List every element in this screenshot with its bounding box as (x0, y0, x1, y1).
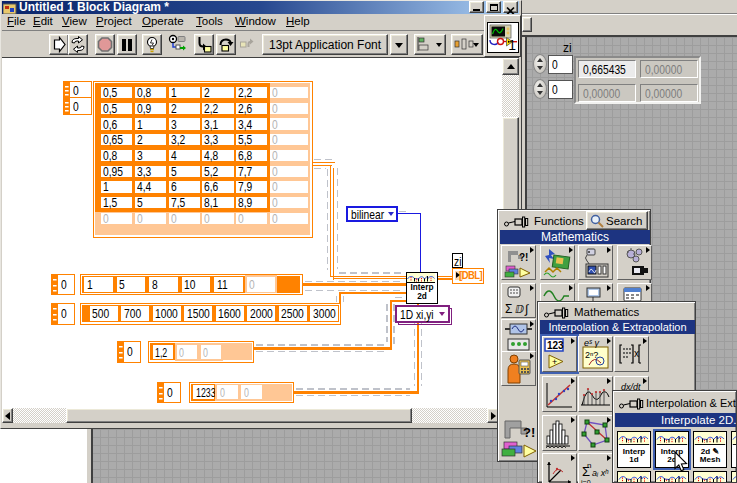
svg-text:?!: ?! (519, 252, 528, 263)
svg-text:∫: ∫ (524, 302, 529, 316)
svg-text:ⅅ: ⅅ (515, 303, 524, 315)
svg-text:?!: ?! (523, 425, 535, 440)
svg-text:123: 123 (547, 340, 564, 351)
svg-text:Σ: Σ (582, 464, 590, 479)
svg-text:x: x (634, 348, 639, 359)
svg-text:+: + (552, 357, 557, 367)
svg-text:i=0: i=0 (581, 479, 591, 483)
svg-text:Σ: Σ (505, 302, 512, 316)
svg-text:eˢ γ: eˢ γ (584, 338, 599, 348)
svg-text:aᵢ xʰ: aᵢ xʰ (592, 468, 609, 478)
